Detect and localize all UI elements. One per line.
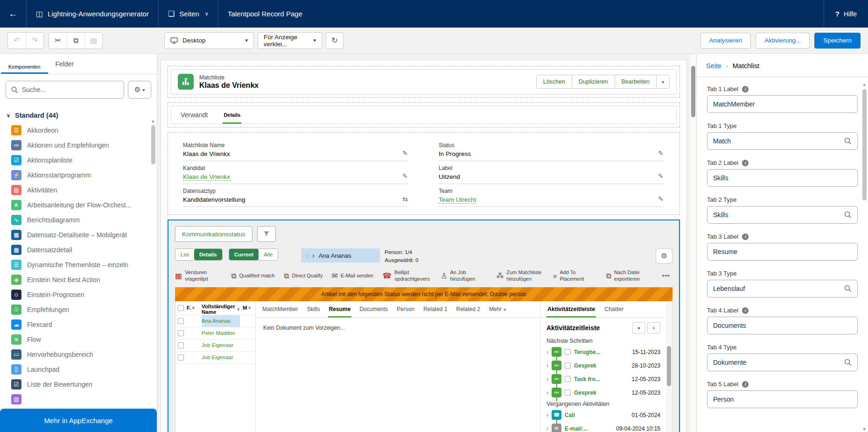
tab-related-2[interactable]: Related 2 bbox=[456, 306, 480, 317]
sidebar-scrollbar[interactable]: ▲ bbox=[150, 118, 156, 164]
detail-fields-region[interactable]: Matchliste Name Klaas de Vrienkx ✎ Statu… bbox=[168, 132, 680, 215]
tab4-type-input[interactable] bbox=[713, 359, 844, 366]
action-email-senden[interactable]: ✉E-Mail senden bbox=[331, 271, 373, 281]
properties-scrollbar[interactable]: ▲ bbox=[861, 82, 867, 200]
view-mode-select[interactable]: Für Anzeige verklei... ▾ bbox=[258, 32, 322, 49]
sidebar-item-aktionsstartprogramm[interactable]: ⚡Aktionsstartprogramm bbox=[0, 168, 157, 183]
edit-pencil-icon[interactable]: ✎ bbox=[658, 149, 664, 157]
sidebar-item-datensatzdetail[interactable]: ▦Datensatzdetail bbox=[0, 242, 157, 257]
sidebar-item-flow-orchestrierung[interactable]: ⋔Arbeitsanleitung der Flow-Orchest... bbox=[0, 198, 157, 212]
timeline-item[interactable]: › ≔ Task fro... 12-05-2023 bbox=[541, 372, 666, 386]
tab-documents[interactable]: Documents bbox=[359, 306, 388, 317]
sidebar-item-detailseite-mobil[interactable]: ▦Datensatz-Detailseite – Mobilgerät bbox=[0, 227, 157, 242]
row-checkbox[interactable] bbox=[178, 354, 184, 361]
timeline-item[interactable]: › ≔ Gesprek 12-05-2023 bbox=[541, 386, 666, 399]
tab1-label-input[interactable] bbox=[713, 100, 852, 108]
tab5-label-input[interactable] bbox=[713, 396, 852, 403]
component-scrollbar[interactable] bbox=[666, 301, 672, 432]
delete-button[interactable]: Löschen bbox=[537, 75, 572, 88]
row-checkbox[interactable] bbox=[178, 318, 184, 324]
redo-button[interactable]: ↷ bbox=[26, 33, 43, 49]
tab3-type-input[interactable] bbox=[713, 285, 844, 292]
tab-person[interactable]: Person bbox=[397, 306, 414, 317]
sidebar-item-einstein-prognosen[interactable]: ☺Einstein-Prognosen bbox=[0, 287, 157, 302]
current-button[interactable]: Current bbox=[229, 249, 259, 260]
pages-menu[interactable]: ❏ Seiten ∨ bbox=[158, 0, 218, 28]
info-icon[interactable]: i bbox=[742, 307, 749, 314]
scroll-up-icon[interactable]: ▲ bbox=[861, 82, 867, 87]
action-zum-matchliste[interactable]: ⁂Zum Matchliste hinzufügen bbox=[496, 269, 544, 283]
timeline-item[interactable]: › ✉ E-mail:... 09-04-2024 10:15 bbox=[541, 422, 666, 432]
search-input[interactable] bbox=[22, 86, 119, 93]
sidebar-item-launchpad[interactable]: ⣿Launchpad bbox=[0, 362, 157, 377]
scrollbar-thumb[interactable] bbox=[691, 66, 695, 117]
table-row[interactable]: Peter Madden bbox=[175, 327, 255, 340]
sidebar-item-themenliste[interactable]: ☰Dynamische Themenliste – einzeln bbox=[0, 257, 157, 272]
select-all-checkbox[interactable] bbox=[178, 305, 184, 311]
edit-pencil-icon[interactable]: ✎ bbox=[658, 195, 664, 203]
edit-pencil-icon[interactable]: ✎ bbox=[658, 172, 664, 180]
cell-name[interactable]: Job Eigenaar bbox=[202, 352, 240, 363]
timeline-item[interactable]: › ≔ Gesprek 28-10-2023 bbox=[541, 359, 666, 372]
tab-mehr[interactable]: Mehr ∨ bbox=[489, 306, 507, 317]
expand-icon[interactable]: › bbox=[546, 349, 548, 355]
edit-button[interactable]: Bearbeiten bbox=[615, 75, 656, 88]
table-row[interactable]: Job Eigenaar bbox=[175, 340, 255, 352]
list-view-button[interactable]: List bbox=[175, 249, 194, 260]
cell-name[interactable]: Peter Madden bbox=[202, 327, 240, 339]
refresh-button[interactable]: ↻ bbox=[326, 32, 343, 49]
action-qualified-match[interactable]: ⧉Qualified match bbox=[231, 271, 275, 281]
action-an-job[interactable]: ♙An Job hinzufügen bbox=[441, 269, 487, 283]
cut-button[interactable]: ✂ bbox=[49, 33, 67, 49]
sidebar-item-akkordeon[interactable]: ☰Akkordeon bbox=[0, 123, 157, 138]
tab3-label-input[interactable] bbox=[713, 248, 852, 255]
canvas-scrollbar[interactable] bbox=[690, 55, 696, 432]
table-row[interactable]: Job Eigenaar bbox=[175, 352, 255, 364]
action-bellijst[interactable]: ☎Bellijst opdrachtgevers bbox=[382, 269, 432, 283]
tab2-label-input[interactable] bbox=[713, 174, 852, 182]
paste-button[interactable]: ▤ bbox=[84, 33, 102, 49]
tab-related-1[interactable]: Related 1 bbox=[423, 306, 447, 317]
activation-button[interactable]: Aktivierung... bbox=[756, 33, 810, 49]
component-settings-button[interactable]: ⚙ ▾ bbox=[128, 81, 151, 99]
column-name[interactable]: Vollständiger Name∨ bbox=[202, 301, 240, 315]
sidebar-item-partial[interactable]: ▥ bbox=[0, 392, 157, 407]
breadcrumb-seite[interactable]: Seite bbox=[706, 62, 721, 70]
tab-aktivitaetzeitleiste[interactable]: Aktivitätzeitleiste bbox=[547, 306, 595, 318]
row-checkbox[interactable] bbox=[178, 342, 184, 348]
details-view-button[interactable]: Details bbox=[194, 249, 222, 260]
tab-details[interactable]: Details bbox=[223, 112, 241, 124]
copy-button[interactable]: ⧉ bbox=[67, 33, 84, 49]
tab2-type-input[interactable] bbox=[713, 211, 844, 219]
save-button[interactable]: Speichern bbox=[814, 33, 861, 49]
task-title[interactable]: Gesprek bbox=[574, 362, 596, 369]
column-m[interactable]: M∨ bbox=[243, 305, 253, 311]
task-title[interactable]: Gesprek bbox=[574, 390, 596, 396]
next-person-icon[interactable]: › bbox=[312, 252, 315, 259]
scroll-down-icon[interactable]: ▼ bbox=[861, 426, 867, 432]
action-versturen-vragenlijst[interactable]: ▦Versturen vragenlijst bbox=[175, 269, 222, 283]
more-actions-button[interactable]: ▾ bbox=[656, 75, 669, 88]
timeline-collapse-button[interactable]: < bbox=[647, 322, 660, 333]
sidebar-item-bewertungen[interactable]: ☑Liste der Bewertungen bbox=[0, 377, 157, 392]
table-row[interactable]: Ana Ananas bbox=[175, 315, 255, 327]
duplicate-button[interactable]: Duplizieren bbox=[572, 75, 615, 88]
sidebar-item-flow[interactable]: ≋Flow bbox=[0, 332, 157, 347]
tab4-label-input[interactable] bbox=[713, 322, 852, 329]
activity-title[interactable]: E-mail:... bbox=[565, 425, 588, 432]
row-checkbox[interactable] bbox=[178, 330, 184, 336]
sidebar-item-flexcard[interactable]: ☁Flexcard bbox=[0, 317, 157, 332]
cell-name-selected[interactable]: Ana Ananas bbox=[202, 315, 240, 327]
column-f[interactable]: F.∨ bbox=[187, 305, 199, 311]
task-checkbox[interactable] bbox=[565, 349, 571, 355]
sidebar-item-hervorhebungsbereich[interactable]: ▭Hervorhebungsbereich bbox=[0, 347, 157, 362]
alle-button[interactable]: Alle bbox=[259, 249, 278, 260]
component-gear-button[interactable]: ⚙ bbox=[656, 248, 672, 263]
tab1-type-input[interactable] bbox=[713, 137, 844, 145]
undo-button[interactable]: ↶ bbox=[8, 33, 26, 49]
action-export[interactable]: ⧉Nach Datei exportieren bbox=[606, 269, 651, 283]
expand-icon[interactable]: › bbox=[546, 390, 548, 396]
tab-resume[interactable]: Resume bbox=[329, 306, 351, 317]
appexchange-button[interactable]: Mehr in AppExchange bbox=[0, 409, 157, 432]
info-icon[interactable]: i bbox=[742, 160, 749, 166]
